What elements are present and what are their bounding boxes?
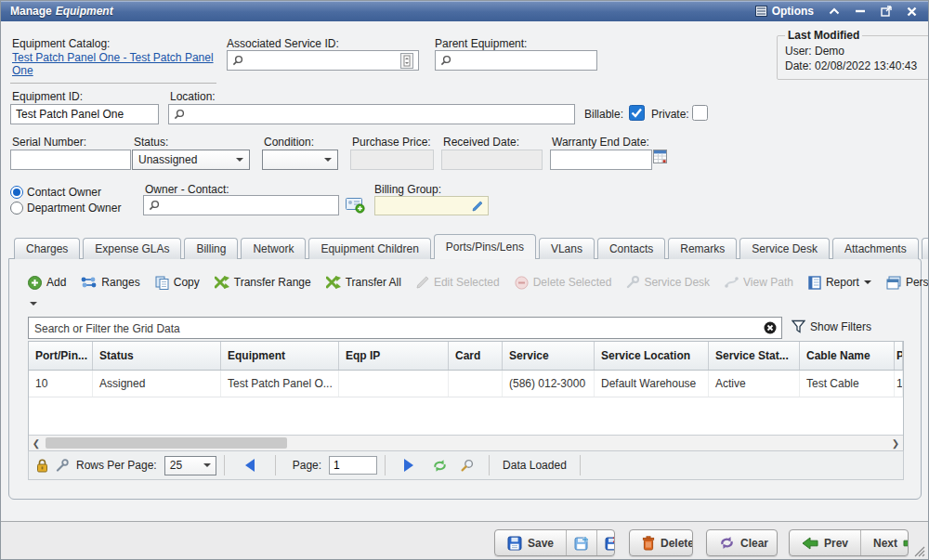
equipment-id-input[interactable] (10, 104, 159, 124)
billable-label: Billable: (584, 108, 623, 121)
edit-pencil-icon[interactable] (472, 201, 483, 212)
wrench-icon[interactable] (56, 459, 69, 472)
cell-port-pin: 10 (29, 371, 93, 397)
received-date-label: Received Date: (443, 136, 519, 149)
delete-button[interactable]: Delete (629, 529, 693, 556)
tab-ports-pins-lens[interactable]: Ports/Pins/Lens (434, 234, 536, 259)
column-header-service[interactable]: Service (503, 342, 595, 370)
service-id-lookup-icon[interactable] (400, 53, 413, 69)
clear-search-icon[interactable] (764, 321, 777, 334)
perspectives-button[interactable]: Perspectives (879, 271, 929, 293)
column-header-equipment[interactable]: Equipment (221, 342, 339, 370)
grid-header-row: Port/Pin... Status Equipment Eqp IP Card… (29, 342, 903, 371)
scroll-right-icon[interactable]: ❯ (888, 436, 903, 450)
scrollbar-thumb[interactable] (46, 437, 287, 449)
contact-owner-radio[interactable] (10, 186, 23, 199)
tab-remarks[interactable]: Remarks (668, 238, 737, 259)
cell-service: (586) 012-3000 (503, 371, 595, 397)
column-header-cable-name[interactable]: Cable Name (800, 342, 895, 370)
column-header-service-status[interactable]: Service Stat... (709, 342, 800, 370)
transfer-range-button[interactable]: Transfer Range (207, 271, 319, 293)
previous-page-icon[interactable] (245, 459, 255, 472)
private-checkbox[interactable] (692, 105, 708, 121)
status-label: Status: (134, 136, 168, 149)
condition-select[interactable] (262, 150, 338, 170)
lock-icon[interactable] (36, 459, 48, 473)
horizontal-scrollbar[interactable]: ❮ ❯ (29, 435, 903, 450)
refresh-icon[interactable] (432, 459, 448, 473)
last-modified-date: Date: 02/08/2022 13:40:43 (785, 59, 929, 72)
scroll-left-icon[interactable]: ❮ (29, 436, 44, 450)
maximize-icon[interactable] (881, 6, 892, 17)
toolbar-more-caret[interactable] (30, 302, 37, 309)
associated-service-id-input[interactable] (227, 50, 419, 71)
tab-service-desk[interactable]: Service Desk (739, 238, 830, 259)
serial-number-input[interactable] (10, 150, 131, 170)
status-select[interactable]: Unassigned (132, 150, 250, 170)
show-filters-button[interactable]: Show Filters (792, 319, 871, 333)
tab-vlans[interactable]: VLans (539, 238, 595, 259)
remove-icon (515, 276, 529, 290)
ranges-button[interactable]: Ranges (73, 271, 147, 293)
add-contact-icon[interactable] (346, 197, 365, 214)
minimize-icon[interactable] (855, 7, 866, 15)
last-modified-user: User: Demo (785, 45, 929, 58)
close-icon[interactable] (907, 7, 917, 17)
clear-button[interactable]: Clear (706, 529, 778, 556)
department-owner-radio[interactable] (10, 202, 23, 215)
purchase-price-label: Purchase Price: (352, 136, 431, 149)
cell-cable-name: Test Cable (800, 371, 895, 397)
table-row[interactable]: 10 Assigned Test Patch Panel O... (586) … (29, 371, 903, 397)
grid-search-input[interactable] (33, 319, 761, 338)
column-header-eqp-ip[interactable]: Eqp IP (339, 342, 449, 370)
resize-grip[interactable] (913, 545, 925, 557)
calendar-icon[interactable] (653, 148, 667, 163)
column-header-card[interactable]: Card (449, 342, 503, 370)
add-button[interactable]: Add (20, 271, 73, 293)
warranty-end-date-input[interactable] (550, 150, 652, 170)
save-icon (507, 536, 522, 551)
options-button[interactable]: Options (755, 5, 814, 18)
tab-expense-glas[interactable]: Expense GLAs (83, 238, 181, 259)
copy-button[interactable]: Copy (148, 271, 207, 293)
parent-equipment-input[interactable] (435, 50, 597, 71)
tab-equipment-children[interactable]: Equipment Children (308, 238, 430, 259)
trash-icon (642, 536, 655, 551)
magnifier-icon[interactable] (461, 459, 474, 472)
report-button[interactable]: Report (801, 271, 879, 293)
column-header-p[interactable]: P (895, 342, 903, 370)
page-number-input[interactable] (329, 456, 377, 475)
column-header-status[interactable]: Status (93, 342, 221, 370)
chevron-down-icon (324, 158, 332, 165)
ports-grid: Port/Pin... Status Equipment Eqp IP Card… (28, 341, 904, 451)
save-and-new-button[interactable] (566, 530, 596, 555)
tab-charges[interactable]: Charges (14, 238, 80, 259)
equipment-id-label: Equipment ID: (12, 90, 83, 103)
tab-user-defined-fields[interactable]: User Defined Fields (922, 238, 929, 259)
rows-per-page-select[interactable]: 25 (164, 456, 216, 475)
wrench-icon (626, 276, 639, 289)
save-and-close-button[interactable] (596, 530, 615, 555)
options-menu-icon (755, 6, 767, 17)
collapse-icon[interactable] (829, 7, 840, 15)
transfer-all-button[interactable]: Transfer All (319, 271, 409, 293)
tab-network[interactable]: Network (241, 238, 306, 259)
perspectives-icon (886, 276, 901, 290)
last-modified-panel: Last Modified User: Demo Date: 02/08/202… (777, 29, 929, 80)
prev-button[interactable]: Prev (790, 530, 860, 555)
next-button[interactable]: Next (860, 530, 909, 555)
cell-service-status: Active (709, 371, 800, 397)
tab-contacts[interactable]: Contacts (597, 238, 665, 259)
billing-group-field[interactable] (374, 196, 489, 215)
location-input[interactable] (168, 104, 575, 124)
column-header-service-location[interactable]: Service Location (595, 342, 709, 370)
save-button[interactable]: Save (495, 530, 566, 555)
billable-checkbox[interactable] (629, 105, 645, 121)
equipment-catalog-link[interactable]: Test Patch Panel One - Test Patch Panel … (12, 51, 214, 77)
owner-contact-input[interactable] (143, 195, 339, 215)
tab-attachments[interactable]: Attachments (832, 238, 919, 259)
next-page-icon[interactable] (404, 459, 413, 472)
column-header-port-pin[interactable]: Port/Pin... (29, 342, 93, 370)
tab-billing[interactable]: Billing (184, 238, 238, 259)
grid-search-row: Show Filters (28, 317, 908, 339)
